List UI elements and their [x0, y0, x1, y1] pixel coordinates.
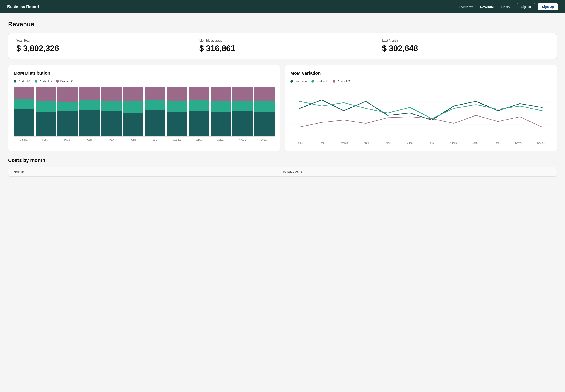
stat-last-value: $ 302,648	[382, 44, 549, 53]
legend-product-a: Product A	[14, 79, 30, 83]
stat-avg-label: Monthly average	[199, 39, 366, 42]
stat-avg-value: $ 316,861	[199, 44, 366, 53]
line-month-label: June	[400, 141, 420, 144]
line-month-label: May	[378, 141, 399, 144]
mom-var-legend: Product A Product B Product C	[290, 79, 551, 83]
mom-dist-legend: Product A Product B Product C	[14, 79, 275, 83]
legend-var-label-b: Product B	[316, 79, 328, 83]
mom-dist-title: MoM Distribution	[14, 71, 275, 76]
bar-group	[254, 87, 275, 136]
navigation: Business Report Overview Revenue Costs S…	[0, 0, 565, 14]
costs-table: MONTH TOTAL COSTS	[8, 167, 557, 177]
bar-group	[123, 87, 144, 136]
nav-revenue[interactable]: Revenue	[480, 5, 494, 9]
line-month-label: April	[356, 141, 377, 144]
bar-group	[79, 87, 100, 136]
line-month-label: March	[334, 141, 355, 144]
stat-monthly-avg: Monthly average $ 316,861	[191, 33, 374, 58]
charts-row: MoM Distribution Product A Product B Pro…	[8, 65, 557, 151]
bar-group	[167, 87, 187, 136]
legend-product-b: Product B	[35, 79, 52, 83]
line-chart: Janu...Febr...MarchAprilMayJuneJulyAugus…	[290, 87, 551, 146]
bar-group	[14, 87, 34, 136]
bar-group	[101, 87, 122, 136]
line-month-label: Janu...	[290, 141, 311, 144]
line-month-label: August	[443, 141, 464, 144]
nav-costs[interactable]: Costs	[501, 5, 510, 9]
mom-variation-card: MoM Variation Product A Product B Produc…	[285, 65, 557, 151]
legend-var-product-a: Product A	[290, 79, 307, 83]
legend-dot-a	[14, 80, 16, 83]
stat-last-label: Last Month	[382, 39, 549, 42]
legend-var-product-c: Product C	[333, 79, 350, 83]
stat-year-label: Year Total	[16, 39, 183, 42]
bar-group	[210, 87, 231, 136]
bar-chart-area	[14, 87, 275, 137]
line-month-label: Febr...	[312, 141, 333, 144]
nav-links: Overview Revenue Costs	[459, 5, 510, 9]
nav-actions: Sign In Sign Up	[517, 3, 558, 10]
signin-button[interactable]: Sign In	[517, 3, 535, 10]
bar-month-label: March	[57, 138, 78, 141]
legend-label-c: Product C	[60, 79, 73, 83]
legend-var-label-a: Product A	[294, 79, 307, 83]
costs-section-title: Costs by month	[8, 157, 557, 163]
legend-var-dot-c	[333, 80, 335, 83]
th-costs: TOTAL COSTS	[282, 170, 551, 173]
line-month-label: Nove...	[509, 141, 530, 144]
bar-month-label: Octo...	[210, 138, 231, 141]
bar-month-label: June	[123, 138, 144, 141]
legend-var-product-b: Product B	[311, 79, 328, 83]
line-month-label: July	[422, 141, 442, 144]
legend-label-a: Product A	[18, 79, 30, 83]
bar-group	[36, 87, 56, 136]
bar-chart: Janu...Febr...MarchAprilMayJuneJulyAugus…	[14, 87, 275, 146]
bar-month-label: April	[79, 138, 100, 141]
legend-product-c: Product C	[56, 79, 73, 83]
mom-distribution-card: MoM Distribution Product A Product B Pro…	[8, 65, 280, 151]
legend-dot-b	[35, 80, 37, 83]
bar-month-label: Dece...	[254, 138, 275, 141]
line-month-label: Sept...	[465, 141, 486, 144]
bar-group	[145, 87, 165, 136]
mom-var-title: MoM Variation	[290, 71, 551, 76]
legend-label-b: Product B	[39, 79, 52, 83]
bar-month-label: May	[101, 138, 122, 141]
bar-group	[232, 87, 253, 136]
bar-month-label: Sept...	[189, 138, 209, 141]
page-title: Revenue	[8, 21, 557, 28]
stat-last-month: Last Month $ 302,648	[374, 33, 557, 58]
legend-var-label-c: Product C	[337, 79, 350, 83]
legend-dot-c	[56, 80, 59, 83]
main-content: Revenue Year Total $ 3,802,326 Monthly a…	[0, 14, 565, 184]
stat-year-total: Year Total $ 3,802,326	[8, 33, 191, 58]
line-month-label: Dece...	[531, 141, 551, 144]
bar-month-label: Nove...	[232, 138, 253, 141]
bar-month-label: July	[145, 138, 165, 141]
line-labels: Janu...Febr...MarchAprilMayJuneJulyAugus…	[290, 141, 551, 144]
bar-group	[57, 87, 78, 136]
line-month-label: Octo...	[487, 141, 508, 144]
table-header: MONTH TOTAL COSTS	[8, 167, 557, 177]
th-month: MONTH	[14, 170, 282, 173]
bar-group	[189, 87, 209, 136]
stat-year-value: $ 3,802,326	[16, 44, 183, 53]
brand: Business Report	[7, 4, 39, 9]
bar-month-label: Febr...	[36, 138, 56, 141]
nav-overview[interactable]: Overview	[459, 5, 473, 9]
line-chart-svg	[290, 87, 551, 139]
bar-month-label: Janu...	[14, 138, 34, 141]
stats-row: Year Total $ 3,802,326 Monthly average $…	[8, 33, 557, 59]
legend-var-dot-a	[290, 80, 293, 83]
signup-button[interactable]: Sign Up	[538, 3, 558, 10]
legend-var-dot-b	[311, 80, 314, 83]
bar-labels: Janu...Febr...MarchAprilMayJuneJulyAugus…	[14, 138, 275, 141]
bar-month-label: August	[167, 138, 187, 141]
